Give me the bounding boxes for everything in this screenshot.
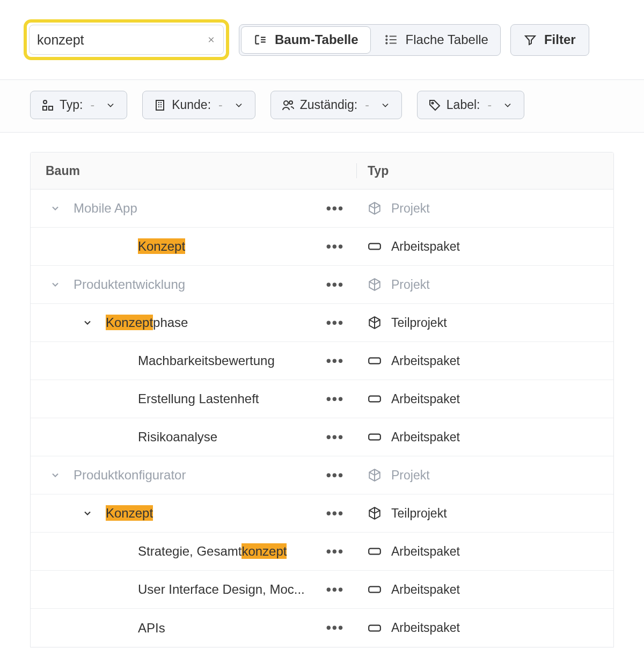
type-cell: Teilprojekt <box>357 506 613 521</box>
search-box[interactable] <box>29 25 224 55</box>
row-actions-icon[interactable]: ••• <box>326 391 344 407</box>
row-actions-icon[interactable]: ••• <box>326 543 344 560</box>
table-row[interactable]: Produktkonfigurator•••Projekt <box>31 456 613 494</box>
row-actions-icon[interactable]: ••• <box>326 276 344 293</box>
filter-responsible-value: - <box>363 98 371 112</box>
tree-cell: Konzept••• <box>31 239 357 254</box>
column-header-type[interactable]: Typ <box>357 164 613 178</box>
chevron-down-icon <box>50 203 61 214</box>
row-name: APIs <box>138 621 165 636</box>
svg-point-2 <box>386 35 387 37</box>
chevron-down-icon <box>50 279 61 290</box>
tree-cell: Risikoanalyse••• <box>31 429 357 445</box>
table-row[interactable]: Konzeptphase•••Teilprojekt <box>31 304 613 342</box>
filter-pill-customer[interactable]: Kunde: - <box>142 91 255 119</box>
tree-cell: APIs••• <box>31 621 357 636</box>
top-bar: Baum-Tabelle Flache Tabelle Filter <box>0 0 644 79</box>
row-actions-icon[interactable]: ••• <box>326 581 344 598</box>
table-header: Baum Typ <box>31 152 613 190</box>
column-tree-label: Baum <box>46 164 80 178</box>
search-highlight <box>24 19 229 60</box>
expand-toggle[interactable] <box>80 317 95 328</box>
tag-icon <box>428 99 441 112</box>
tree-cell: Strategie, Gesamtkonzept••• <box>31 544 357 559</box>
filter-pill-responsible[interactable]: Zuständig: - <box>270 91 402 119</box>
tree-list-icon <box>253 33 267 47</box>
chevron-down-icon <box>105 100 116 111</box>
type-label: Projekt <box>391 201 430 216</box>
type-label: Arbeitspaket <box>391 544 460 559</box>
table-row[interactable]: Risikoanalyse•••Arbeitspaket <box>31 418 613 456</box>
flat-table-toggle[interactable]: Flache Tabelle <box>372 25 500 55</box>
table-row[interactable]: Erstellung Lastenheft•••Arbeitspaket <box>31 380 613 418</box>
flat-table-label: Flache Tabelle <box>406 32 488 47</box>
expand-toggle[interactable] <box>80 508 95 519</box>
people-icon <box>282 99 295 112</box>
table-row[interactable]: Machbarkeitsbewertung•••Arbeitspaket <box>31 342 613 380</box>
row-actions-icon[interactable]: ••• <box>326 505 344 522</box>
filter-button-label: Filter <box>544 32 576 47</box>
svg-point-20 <box>431 102 433 104</box>
close-icon[interactable] <box>207 35 216 45</box>
expand-toggle[interactable] <box>48 470 63 480</box>
svg-point-18 <box>284 101 288 105</box>
type-label: Arbeitspaket <box>391 354 460 368</box>
row-name: Produktkonfigurator <box>74 468 186 483</box>
table-row[interactable]: Produktentwicklung•••Projekt <box>31 266 613 304</box>
filter-pill-row: Typ: - Kunde: - Zuständig: - Label: - <box>0 79 644 133</box>
filter-pill-label[interactable]: Label: - <box>417 91 524 119</box>
tree-table-label: Baum-Tabelle <box>275 32 358 47</box>
shapes-icon <box>41 99 54 112</box>
type-cell: Arbeitspaket <box>357 354 613 368</box>
table-row[interactable]: Konzept•••Arbeitspaket <box>31 228 613 266</box>
search-input[interactable] <box>37 32 207 48</box>
tree-cell: Machbarkeitsbewertung••• <box>31 353 357 368</box>
type-label: Projekt <box>391 468 430 483</box>
table-row[interactable]: Mobile App•••Projekt <box>31 190 613 228</box>
table-row[interactable]: APIs•••Arbeitspaket <box>31 609 613 647</box>
view-toggle: Baum-Tabelle Flache Tabelle <box>239 24 501 56</box>
type-cell: Arbeitspaket <box>357 583 613 597</box>
workpackage-icon <box>368 583 382 596</box>
svg-point-6 <box>386 42 387 43</box>
type-label: Arbeitspaket <box>391 392 460 406</box>
tree-table-toggle[interactable]: Baum-Tabelle <box>241 26 371 54</box>
filter-pill-type[interactable]: Typ: - <box>30 91 127 119</box>
row-name: Konzept <box>138 239 185 254</box>
row-actions-icon[interactable]: ••• <box>326 620 344 636</box>
chevron-down-icon <box>82 317 93 328</box>
row-actions-icon[interactable]: ••• <box>326 238 344 255</box>
workpackage-icon <box>368 621 382 635</box>
chevron-down-icon <box>502 100 513 111</box>
table-row[interactable]: Strategie, Gesamtkonzept•••Arbeitspaket <box>31 533 613 571</box>
table-row[interactable]: Konzept•••Teilprojekt <box>31 494 613 533</box>
row-actions-icon[interactable]: ••• <box>326 467 344 484</box>
column-header-tree[interactable]: Baum <box>31 164 357 178</box>
filter-button[interactable]: Filter <box>510 24 589 56</box>
chevron-down-icon <box>380 100 391 111</box>
type-cell: Teilprojekt <box>357 316 613 330</box>
type-cell: Projekt <box>357 278 613 292</box>
column-type-label: Typ <box>368 164 389 178</box>
list-icon <box>384 33 398 47</box>
type-label: Teilprojekt <box>391 506 447 521</box>
row-actions-icon[interactable]: ••• <box>326 315 344 331</box>
row-actions-icon[interactable]: ••• <box>326 200 344 217</box>
svg-point-19 <box>289 101 292 104</box>
expand-toggle[interactable] <box>48 203 63 214</box>
workpackage-icon <box>368 239 382 253</box>
type-cell: Arbeitspaket <box>357 544 613 559</box>
table-row[interactable]: User Interface Design, Moc...•••Arbeitsp… <box>31 571 613 609</box>
type-cell: Arbeitspaket <box>357 239 613 254</box>
tree-cell: Konzeptphase••• <box>31 315 357 330</box>
row-actions-icon[interactable]: ••• <box>326 429 344 446</box>
building-icon <box>153 99 166 112</box>
column-divider[interactable] <box>356 163 357 178</box>
tree-cell: Produktentwicklung••• <box>31 277 357 292</box>
type-cell: Arbeitspaket <box>357 392 613 406</box>
type-cell: Arbeitspaket <box>357 430 613 445</box>
expand-toggle[interactable] <box>48 279 63 290</box>
row-actions-icon[interactable]: ••• <box>326 353 344 369</box>
cube-icon <box>368 316 382 330</box>
cube-icon <box>368 468 382 482</box>
